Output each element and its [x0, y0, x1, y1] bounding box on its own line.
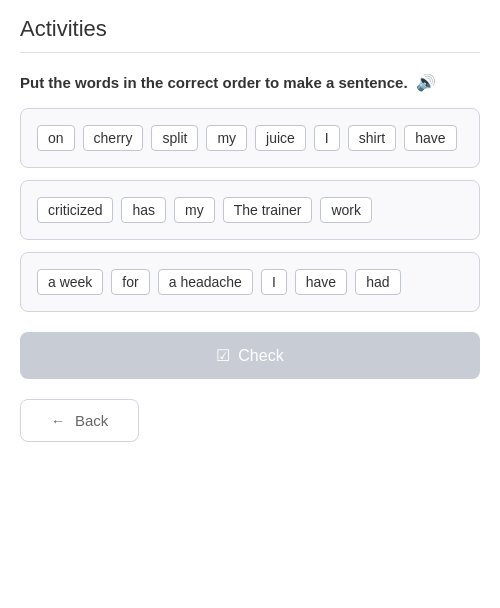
back-button[interactable]: ← Back: [20, 399, 139, 442]
word-tag[interactable]: has: [121, 197, 166, 223]
word-tag[interactable]: shirt: [348, 125, 396, 151]
speaker-icon[interactable]: 🔊: [416, 73, 436, 92]
word-tag[interactable]: split: [151, 125, 198, 151]
word-tag[interactable]: had: [355, 269, 400, 295]
word-tag[interactable]: on: [37, 125, 75, 151]
word-tag[interactable]: my: [174, 197, 215, 223]
check-icon: ☑: [216, 346, 230, 365]
word-tag[interactable]: cherry: [83, 125, 144, 151]
word-tag[interactable]: have: [404, 125, 456, 151]
word-group-3: a weekfora headacheIhavehad: [20, 252, 480, 312]
page-title: Activities: [20, 16, 480, 53]
check-button-label: Check: [238, 347, 283, 365]
word-tag[interactable]: I: [314, 125, 340, 151]
back-button-label: Back: [75, 412, 108, 429]
word-tag[interactable]: have: [295, 269, 347, 295]
word-tag[interactable]: for: [111, 269, 149, 295]
word-tag[interactable]: a week: [37, 269, 103, 295]
word-tag[interactable]: my: [206, 125, 247, 151]
arrow-left-icon: ←: [51, 413, 65, 429]
word-tag[interactable]: I: [261, 269, 287, 295]
instruction-text: Put the words in the correct order to ma…: [20, 73, 480, 92]
check-button[interactable]: ☑ Check: [20, 332, 480, 379]
instruction-label: Put the words in the correct order to ma…: [20, 74, 408, 91]
word-tag[interactable]: juice: [255, 125, 306, 151]
word-tag[interactable]: The trainer: [223, 197, 313, 223]
word-tag[interactable]: a headache: [158, 269, 253, 295]
word-tag[interactable]: work: [320, 197, 372, 223]
word-tag[interactable]: criticized: [37, 197, 113, 223]
page-container: Activities Put the words in the correct …: [0, 0, 500, 608]
word-group-2: criticizedhasmyThe trainerwork: [20, 180, 480, 240]
word-group-1: oncherrysplitmyjuiceIshirthave: [20, 108, 480, 168]
